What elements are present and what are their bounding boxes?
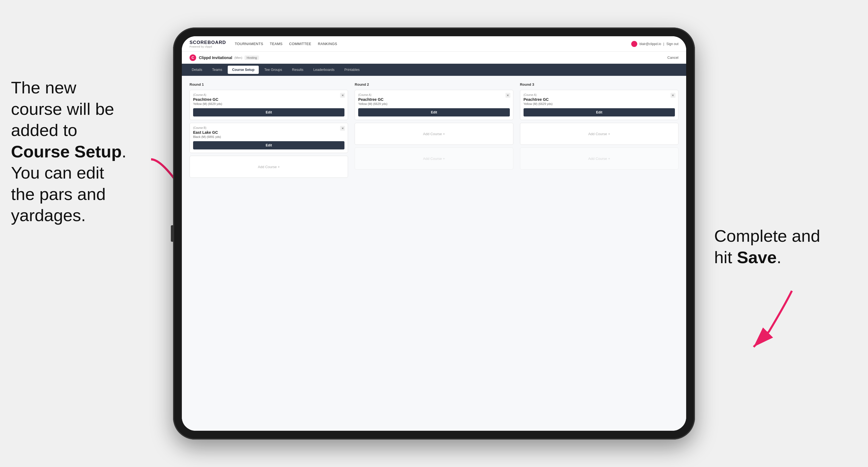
user-email: blair@clippd.io <box>640 42 661 46</box>
delete-course-r2-a[interactable]: ✕ <box>505 93 510 98</box>
tournament-gender: (Men) <box>234 56 242 59</box>
course-info-r2-a: Yellow (M) (6629 yds) <box>358 102 509 105</box>
content-area: Round 1 (Course A) Peachtree GC Yellow (… <box>182 76 686 431</box>
course-card-r2-a: (Course A) Peachtree GC Yellow (M) (6629… <box>354 90 513 120</box>
course-name-r1-b: East Lake GC <box>193 130 344 134</box>
tab-tee-groups[interactable]: Tee Groups <box>260 66 286 74</box>
add-course-r1[interactable]: Add Course + <box>189 156 348 178</box>
delete-course-r3-a[interactable]: ✕ <box>671 93 676 98</box>
sign-out-link[interactable]: Sign out <box>666 42 679 46</box>
tablet-screen: SCOREBOARD Powered by clippd TOURNAMENTS… <box>182 36 686 431</box>
tab-teams[interactable]: Teams <box>208 66 227 74</box>
nav-links: TOURNAMENTS TEAMS COMMITTEE RANKINGS <box>235 42 631 46</box>
add-course-r2[interactable]: Add Course + <box>354 123 513 145</box>
nav-committee[interactable]: COMMITTEE <box>289 42 311 46</box>
edit-button-r1-b[interactable]: Edit <box>193 141 344 150</box>
scoreboard-title: SCOREBOARD <box>189 40 226 45</box>
tab-leaderboards[interactable]: Leaderboards <box>309 66 339 74</box>
add-course-r3[interactable]: Add Course + <box>520 123 679 145</box>
tab-results[interactable]: Results <box>288 66 308 74</box>
delete-course-r1-a[interactable]: ✕ <box>340 93 345 98</box>
user-avatar <box>631 41 637 47</box>
nav-rankings[interactable]: RANKINGS <box>318 42 337 46</box>
course-card-r1-b: (Course B) East Lake GC Black (M) (6891 … <box>189 123 348 153</box>
tab-details[interactable]: Details <box>187 66 207 74</box>
edit-button-r1-a[interactable]: Edit <box>193 108 344 117</box>
scoreboard-sub: Powered by clippd <box>189 45 226 48</box>
nav-right: blair@clippd.io | Sign out <box>631 41 679 47</box>
arrow-right-icon <box>728 286 805 357</box>
round-1-label: Round 1 <box>189 83 348 87</box>
edit-button-r2-a[interactable]: Edit <box>358 108 509 117</box>
tab-course-setup[interactable]: Course Setup <box>228 66 259 74</box>
round-3-label: Round 3 <box>520 83 679 87</box>
rounds-grid: Round 1 (Course A) Peachtree GC Yellow (… <box>189 83 679 181</box>
course-info-r1-a: Yellow (M) (6629 yds) <box>193 102 344 105</box>
top-nav: SCOREBOARD Powered by clippd TOURNAMENTS… <box>182 36 686 52</box>
course-info-r1-b: Black (M) (6891 yds) <box>193 135 344 138</box>
course-card-r1-a: (Course A) Peachtree GC Yellow (M) (6629… <box>189 90 348 120</box>
round-1-column: Round 1 (Course A) Peachtree GC Yellow (… <box>189 83 348 181</box>
course-badge-r3-a: (Course A) <box>524 93 675 96</box>
nav-separator: | <box>663 42 664 46</box>
tablet-frame: SCOREBOARD Powered by clippd TOURNAMENTS… <box>173 28 695 439</box>
course-badge-r1-b: (Course B) <box>193 126 344 129</box>
nav-tournaments[interactable]: TOURNAMENTS <box>235 42 263 46</box>
course-badge-r1-a: (Course A) <box>193 93 344 96</box>
edit-button-r3-a[interactable]: Edit <box>524 108 675 117</box>
course-card-r3-a: (Course A) Peachtree GC Yellow (M) (6629… <box>520 90 679 120</box>
annotation-right: Complete and hit Save. <box>714 225 846 268</box>
tabs-bar: Details Teams Course Setup Tee Groups Re… <box>182 64 686 76</box>
tournament-name: Clippd Invitational <box>199 56 232 60</box>
tab-printables[interactable]: Printables <box>340 66 364 74</box>
add-course-r3-disabled: Add Course + <box>520 148 679 169</box>
breadcrumb-bar: C Clippd Invitational (Men) Hosting Canc… <box>182 52 686 64</box>
add-course-r2-disabled: Add Course + <box>354 148 513 169</box>
course-info-r3-a: Yellow (M) (6629 yds) <box>524 102 675 105</box>
scoreboard-logo: SCOREBOARD Powered by clippd <box>189 40 226 48</box>
breadcrumb-logo: C <box>189 54 196 61</box>
round-3-column: Round 3 (Course A) Peachtree GC Yellow (… <box>520 83 679 181</box>
nav-teams[interactable]: TEAMS <box>270 42 282 46</box>
cancel-button[interactable]: Cancel <box>668 56 679 60</box>
delete-course-r1-b[interactable]: ✕ <box>340 126 345 131</box>
course-name-r2-a: Peachtree GC <box>358 97 509 102</box>
course-badge-r2-a: (Course A) <box>358 93 509 96</box>
course-name-r1-a: Peachtree GC <box>193 97 344 102</box>
round-2-column: Round 2 (Course A) Peachtree GC Yellow (… <box>354 83 513 181</box>
course-name-r3-a: Peachtree GC <box>524 97 675 102</box>
hosting-badge: Hosting <box>245 56 259 60</box>
tablet-side-button <box>171 225 173 242</box>
round-2-label: Round 2 <box>354 83 513 87</box>
